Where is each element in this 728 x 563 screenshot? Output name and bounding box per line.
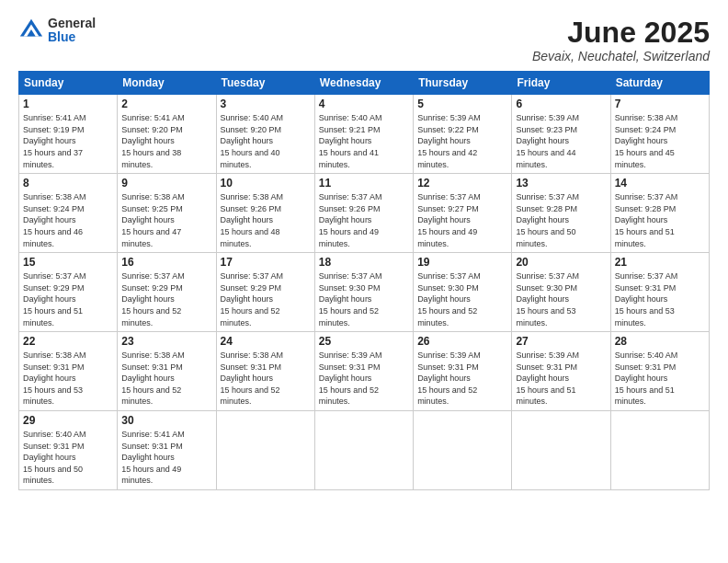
calendar-cell: 6 Sunrise: 5:39 AM Sunset: 9:23 PM Dayli… xyxy=(512,95,610,174)
day-number: 24 xyxy=(221,335,311,348)
day-info: Sunrise: 5:38 AM Sunset: 9:24 PM Dayligh… xyxy=(23,191,113,249)
day-info: Sunrise: 5:38 AM Sunset: 9:31 PM Dayligh… xyxy=(121,350,211,408)
day-info: Sunrise: 5:38 AM Sunset: 9:26 PM Dayligh… xyxy=(221,191,311,249)
day-number: 30 xyxy=(121,414,211,427)
day-info: Sunrise: 5:37 AM Sunset: 9:30 PM Dayligh… xyxy=(417,270,507,328)
logo-general-text: General xyxy=(48,17,96,30)
calendar-cell: 13 Sunrise: 5:37 AM Sunset: 9:28 PM Dayl… xyxy=(512,174,610,253)
day-info: Sunrise: 5:38 AM Sunset: 9:24 PM Dayligh… xyxy=(615,112,705,170)
day-info: Sunrise: 5:39 AM Sunset: 9:22 PM Dayligh… xyxy=(417,112,507,170)
day-number: 1 xyxy=(23,98,113,110)
day-number: 4 xyxy=(319,98,409,110)
week-row-4: 22 Sunrise: 5:38 AM Sunset: 9:31 PM Dayl… xyxy=(19,332,710,411)
day-number: 2 xyxy=(121,98,211,110)
day-info: Sunrise: 5:41 AM Sunset: 9:20 PM Dayligh… xyxy=(121,112,211,170)
title-block: June 2025 Bevaix, Neuchatel, Switzerland xyxy=(532,17,710,63)
calendar-cell: 18 Sunrise: 5:37 AM Sunset: 9:30 PM Dayl… xyxy=(314,253,413,332)
day-number: 15 xyxy=(23,256,113,269)
day-info: Sunrise: 5:41 AM Sunset: 9:19 PM Dayligh… xyxy=(23,112,113,170)
calendar-cell: 22 Sunrise: 5:38 AM Sunset: 9:31 PM Dayl… xyxy=(19,332,118,411)
day-info: Sunrise: 5:37 AM Sunset: 9:30 PM Dayligh… xyxy=(319,270,409,328)
day-info: Sunrise: 5:37 AM Sunset: 9:29 PM Dayligh… xyxy=(121,270,211,328)
day-number: 5 xyxy=(417,98,507,110)
day-number: 18 xyxy=(319,256,409,269)
calendar-cell: 4 Sunrise: 5:40 AM Sunset: 9:21 PM Dayli… xyxy=(314,95,413,174)
calendar-cell: 12 Sunrise: 5:37 AM Sunset: 9:27 PM Dayl… xyxy=(414,174,512,253)
day-info: Sunrise: 5:39 AM Sunset: 9:23 PM Dayligh… xyxy=(516,112,606,170)
day-info: Sunrise: 5:37 AM Sunset: 9:30 PM Dayligh… xyxy=(516,270,606,328)
location-title: Bevaix, Neuchatel, Switzerland xyxy=(532,49,710,63)
header-row: Sunday Monday Tuesday Wednesday Thursday… xyxy=(19,72,710,95)
calendar-cell: 15 Sunrise: 5:37 AM Sunset: 9:29 PM Dayl… xyxy=(19,253,118,332)
calendar-cell: 17 Sunrise: 5:37 AM Sunset: 9:29 PM Dayl… xyxy=(216,253,314,332)
calendar-cell: 9 Sunrise: 5:38 AM Sunset: 9:25 PM Dayli… xyxy=(118,174,216,253)
calendar-cell: 25 Sunrise: 5:39 AM Sunset: 9:31 PM Dayl… xyxy=(314,332,413,411)
calendar-cell xyxy=(512,411,610,490)
calendar-cell xyxy=(216,411,314,490)
day-info: Sunrise: 5:37 AM Sunset: 9:28 PM Dayligh… xyxy=(615,191,705,249)
col-tuesday: Tuesday xyxy=(216,72,314,95)
calendar-cell: 3 Sunrise: 5:40 AM Sunset: 9:20 PM Dayli… xyxy=(216,95,314,174)
calendar-cell xyxy=(314,411,413,490)
day-number: 10 xyxy=(221,177,311,190)
calendar-cell: 1 Sunrise: 5:41 AM Sunset: 9:19 PM Dayli… xyxy=(19,95,118,174)
day-info: Sunrise: 5:40 AM Sunset: 9:31 PM Dayligh… xyxy=(615,350,705,408)
day-number: 6 xyxy=(516,98,606,110)
header: General Blue June 2025 Bevaix, Neuchatel… xyxy=(18,17,710,63)
day-number: 7 xyxy=(615,98,705,110)
calendar-cell: 10 Sunrise: 5:38 AM Sunset: 9:26 PM Dayl… xyxy=(216,174,314,253)
day-info: Sunrise: 5:39 AM Sunset: 9:31 PM Dayligh… xyxy=(319,350,409,408)
calendar-cell: 21 Sunrise: 5:37 AM Sunset: 9:31 PM Dayl… xyxy=(610,253,709,332)
logo-text: General Blue xyxy=(48,17,96,45)
day-number: 13 xyxy=(516,177,606,190)
col-friday: Friday xyxy=(512,72,610,95)
day-number: 17 xyxy=(221,256,311,269)
day-number: 27 xyxy=(516,335,606,348)
day-info: Sunrise: 5:37 AM Sunset: 9:31 PM Dayligh… xyxy=(615,270,705,328)
day-number: 25 xyxy=(319,335,409,348)
day-number: 22 xyxy=(23,335,113,348)
day-number: 21 xyxy=(615,256,705,269)
calendar-cell: 29 Sunrise: 5:40 AM Sunset: 9:31 PM Dayl… xyxy=(19,411,118,490)
day-number: 3 xyxy=(221,98,311,110)
calendar-cell: 2 Sunrise: 5:41 AM Sunset: 9:20 PM Dayli… xyxy=(118,95,216,174)
day-info: Sunrise: 5:37 AM Sunset: 9:29 PM Dayligh… xyxy=(221,270,311,328)
logo-blue-text: Blue xyxy=(48,30,96,44)
week-row-3: 15 Sunrise: 5:37 AM Sunset: 9:29 PM Dayl… xyxy=(19,253,710,332)
calendar-cell xyxy=(610,411,709,490)
day-info: Sunrise: 5:37 AM Sunset: 9:28 PM Dayligh… xyxy=(516,191,606,249)
day-info: Sunrise: 5:40 AM Sunset: 9:31 PM Dayligh… xyxy=(23,429,113,487)
day-number: 23 xyxy=(121,335,211,348)
calendar-cell: 23 Sunrise: 5:38 AM Sunset: 9:31 PM Dayl… xyxy=(118,332,216,411)
calendar-cell: 16 Sunrise: 5:37 AM Sunset: 9:29 PM Dayl… xyxy=(118,253,216,332)
calendar-cell: 19 Sunrise: 5:37 AM Sunset: 9:30 PM Dayl… xyxy=(414,253,512,332)
calendar-cell: 27 Sunrise: 5:39 AM Sunset: 9:31 PM Dayl… xyxy=(512,332,610,411)
calendar-cell: 7 Sunrise: 5:38 AM Sunset: 9:24 PM Dayli… xyxy=(610,95,709,174)
calendar-cell: 14 Sunrise: 5:37 AM Sunset: 9:28 PM Dayl… xyxy=(610,174,709,253)
col-monday: Monday xyxy=(118,72,216,95)
calendar-cell: 24 Sunrise: 5:38 AM Sunset: 9:31 PM Dayl… xyxy=(216,332,314,411)
calendar-table: Sunday Monday Tuesday Wednesday Thursday… xyxy=(18,71,710,490)
day-info: Sunrise: 5:40 AM Sunset: 9:21 PM Dayligh… xyxy=(319,112,409,170)
day-number: 8 xyxy=(23,177,113,190)
col-thursday: Thursday xyxy=(414,72,512,95)
calendar-cell: 20 Sunrise: 5:37 AM Sunset: 9:30 PM Dayl… xyxy=(512,253,610,332)
day-number: 14 xyxy=(615,177,705,190)
day-info: Sunrise: 5:37 AM Sunset: 9:27 PM Dayligh… xyxy=(417,191,507,249)
day-info: Sunrise: 5:37 AM Sunset: 9:26 PM Dayligh… xyxy=(319,191,409,249)
week-row-1: 1 Sunrise: 5:41 AM Sunset: 9:19 PM Dayli… xyxy=(19,95,710,174)
day-number: 16 xyxy=(121,256,211,269)
day-number: 9 xyxy=(121,177,211,190)
col-sunday: Sunday xyxy=(19,72,118,95)
day-number: 26 xyxy=(417,335,507,348)
month-title: June 2025 xyxy=(532,17,710,49)
day-info: Sunrise: 5:39 AM Sunset: 9:31 PM Dayligh… xyxy=(417,350,507,408)
day-info: Sunrise: 5:37 AM Sunset: 9:29 PM Dayligh… xyxy=(23,270,113,328)
calendar-cell: 26 Sunrise: 5:39 AM Sunset: 9:31 PM Dayl… xyxy=(414,332,512,411)
week-row-2: 8 Sunrise: 5:38 AM Sunset: 9:24 PM Dayli… xyxy=(19,174,710,253)
day-info: Sunrise: 5:41 AM Sunset: 9:31 PM Dayligh… xyxy=(121,429,211,487)
day-number: 28 xyxy=(615,335,705,348)
day-info: Sunrise: 5:38 AM Sunset: 9:31 PM Dayligh… xyxy=(23,350,113,408)
calendar-cell: 5 Sunrise: 5:39 AM Sunset: 9:22 PM Dayli… xyxy=(414,95,512,174)
calendar-cell xyxy=(414,411,512,490)
